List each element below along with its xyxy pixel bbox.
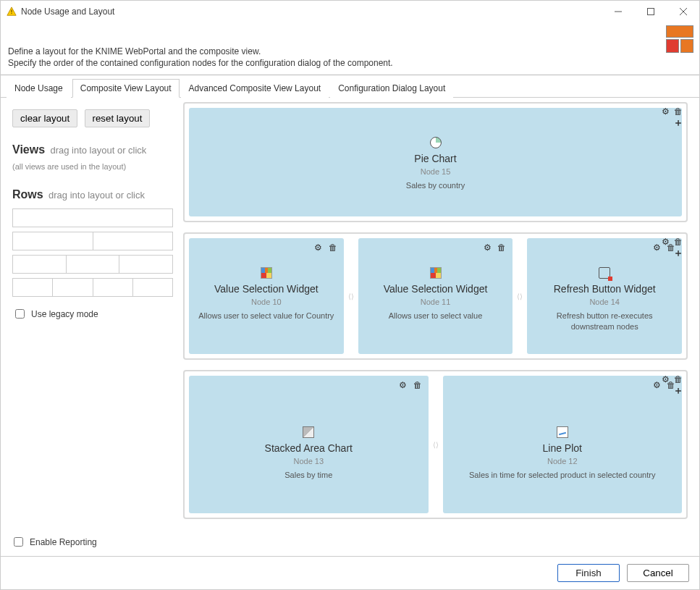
- line-chart-icon: [557, 426, 568, 438]
- views-section-hint: drag into layout or click: [50, 145, 146, 156]
- enable-reporting-label: Enable Reporting: [30, 537, 97, 547]
- node-desc: Sales by country: [196, 180, 675, 190]
- node-title: Value Selection Widget: [366, 283, 506, 295]
- tab-node-usage[interactable]: Node Usage: [7, 79, 71, 98]
- node-id: Node 11: [366, 298, 506, 306]
- area-chart-icon: [303, 426, 314, 438]
- maximize-button[interactable]: [634, 1, 667, 22]
- cancel-button[interactable]: Cancel: [627, 564, 689, 582]
- tab-composite-view-layout[interactable]: Composite View Layout: [72, 79, 180, 98]
- node-card-line-plot[interactable]: ⚙🗑 Line Plot Node 12 Sales in time for s…: [443, 376, 683, 513]
- layout-row[interactable]: ⚙ 🗑 ＋ ⚙🗑 Stacked Area Chart Node 13 Sale…: [183, 370, 688, 519]
- row-delete-icon[interactable]: 🗑: [673, 106, 683, 117]
- row-template-4col[interactable]: [12, 278, 173, 297]
- finish-button[interactable]: Finish: [557, 564, 620, 582]
- row-delete-icon[interactable]: 🗑: [673, 374, 683, 384]
- views-section-title: Views: [12, 143, 45, 156]
- row-delete-icon[interactable]: 🗑: [673, 237, 683, 247]
- node-id: Node 12: [450, 457, 675, 465]
- reset-layout-button[interactable]: reset layout: [85, 109, 151, 127]
- close-button[interactable]: [667, 1, 699, 22]
- node-card-value-selection-11[interactable]: ⚙🗑 Value Selection Widget Node 11 Allows…: [358, 238, 513, 354]
- column-resizer[interactable]: ⟨⟩: [517, 238, 523, 354]
- row-add-icon[interactable]: ＋: [673, 248, 683, 258]
- card-delete-icon[interactable]: 🗑: [413, 380, 423, 390]
- svg-rect-1: [11, 9, 12, 12]
- column-resizer[interactable]: ⟨⟩: [348, 238, 354, 354]
- card-settings-icon[interactable]: ⚙: [398, 380, 408, 390]
- layout-row[interactable]: ⚙ 🗑 ＋ ⚙🗑 Value Selection Widget Node 10 …: [183, 232, 688, 360]
- row-add-icon[interactable]: ＋: [673, 386, 683, 396]
- views-used-note: (all views are used in the layout): [12, 162, 173, 171]
- node-card-refresh-button[interactable]: ⚙🗑 Refresh Button Widget Node 14 Refresh…: [527, 238, 682, 354]
- node-desc: Allows user to select value for Country: [196, 311, 337, 321]
- titlebar: Node Usage and Layout: [1, 1, 699, 22]
- node-title: Line Plot: [450, 442, 675, 454]
- header-description-area: Define a layout for the KNIME WebPortal …: [1, 22, 699, 75]
- row-template-1col[interactable]: [12, 208, 173, 227]
- pie-chart-icon: [430, 137, 442, 148]
- row-settings-icon[interactable]: ⚙: [660, 106, 670, 117]
- layout-canvas[interactable]: ⚙ 🗑 ＋ Pie Chart Node 15 Sales by country: [179, 102, 695, 528]
- node-title: Refresh Button Widget: [534, 283, 675, 295]
- card-settings-icon[interactable]: ⚙: [482, 243, 492, 253]
- row-template-2col[interactable]: [12, 232, 173, 250]
- node-desc: Sales by time: [196, 470, 421, 480]
- node-id: Node 13: [196, 457, 421, 465]
- node-title: Pie Chart: [196, 153, 675, 164]
- rows-section-hint: drag into layout or click: [49, 190, 145, 201]
- node-title: Value Selection Widget: [196, 283, 337, 295]
- svg-rect-2: [11, 13, 12, 14]
- refresh-icon: [599, 267, 610, 279]
- knime-logo-icon: [666, 25, 693, 53]
- left-panel: clear layout reset layout Views drag int…: [5, 102, 179, 528]
- svg-rect-4: [647, 9, 654, 15]
- tab-configuration-dialog-layout[interactable]: Configuration Dialog Layout: [330, 79, 453, 98]
- node-desc: Allows user to select value: [366, 311, 506, 321]
- column-resizer[interactable]: ⟨⟩: [433, 376, 439, 513]
- header-line2: Specify the order of the contained confi…: [8, 57, 692, 69]
- row-add-icon[interactable]: ＋: [673, 118, 683, 128]
- enable-reporting-option[interactable]: Enable Reporting: [11, 535, 97, 549]
- node-card-value-selection-10[interactable]: ⚙🗑 Value Selection Widget Node 10 Allows…: [189, 238, 344, 354]
- tab-bar: Node Usage Composite View Layout Advance…: [1, 78, 699, 98]
- node-desc: Sales in time for selected product in se…: [450, 470, 675, 480]
- card-delete-icon[interactable]: 🗑: [497, 243, 507, 253]
- node-desc: Refresh button re-executes downstream no…: [534, 311, 675, 332]
- legacy-mode-option[interactable]: Use legacy mode: [12, 307, 173, 321]
- clear-layout-button[interactable]: clear layout: [12, 109, 77, 127]
- table-icon: [430, 267, 442, 279]
- node-id: Node 15: [196, 167, 675, 176]
- minimize-button[interactable]: [602, 1, 634, 22]
- card-delete-icon[interactable]: 🗑: [328, 243, 338, 253]
- row-template-3col[interactable]: [12, 255, 173, 274]
- enable-reporting-checkbox[interactable]: [14, 537, 23, 547]
- tab-advanced-composite-view-layout[interactable]: Advanced Composite View Layout: [181, 79, 329, 98]
- window-title: Node Usage and Layout: [21, 7, 114, 17]
- legacy-mode-label: Use legacy mode: [31, 309, 98, 319]
- row-settings-icon[interactable]: ⚙: [660, 374, 670, 384]
- node-title: Stacked Area Chart: [196, 442, 421, 454]
- node-id: Node 10: [196, 298, 337, 306]
- row-settings-icon[interactable]: ⚙: [660, 237, 670, 247]
- header-line1: Define a layout for the KNIME WebPortal …: [8, 46, 692, 57]
- rows-section-title: Rows: [12, 188, 43, 201]
- node-card-pie-chart[interactable]: Pie Chart Node 15 Sales by country: [189, 108, 682, 216]
- node-id: Node 14: [534, 298, 675, 306]
- table-icon: [261, 267, 272, 279]
- app-warning-icon: [7, 7, 17, 17]
- card-settings-icon[interactable]: ⚙: [313, 243, 324, 253]
- layout-row[interactable]: ⚙ 🗑 ＋ Pie Chart Node 15 Sales by country: [183, 102, 688, 222]
- legacy-mode-checkbox[interactable]: [15, 309, 25, 319]
- node-card-stacked-area[interactable]: ⚙🗑 Stacked Area Chart Node 13 Sales by t…: [189, 376, 429, 513]
